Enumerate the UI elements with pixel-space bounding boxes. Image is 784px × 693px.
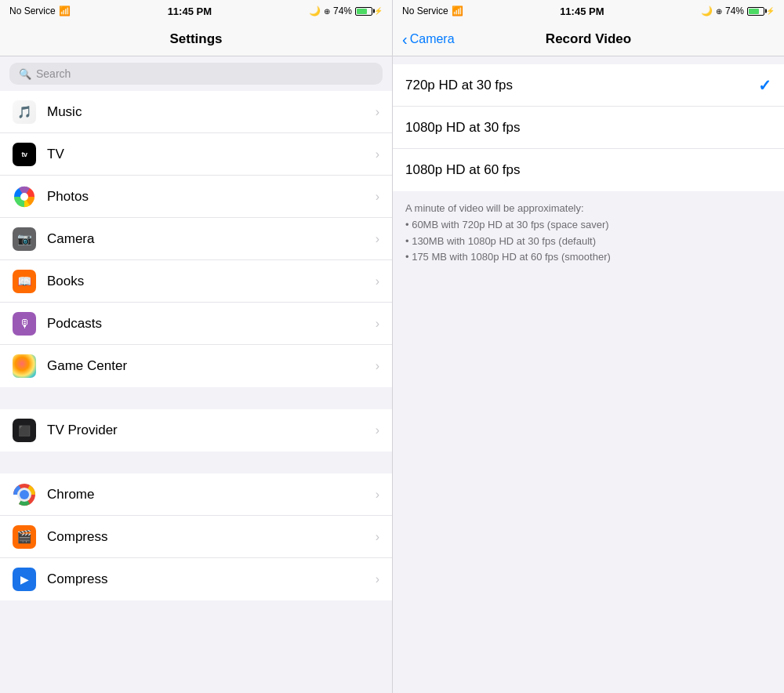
video-option-720p30[interactable]: 720p HD at 30 fps ✓ (393, 64, 784, 107)
video-info-text: A minute of video will be approximately:… (405, 202, 611, 263)
back-chevron-icon: ‹ (402, 31, 408, 47)
compress1-icon: 🎬 (13, 525, 36, 549)
chevron-right-icon: › (376, 572, 379, 586)
chrome-app-icon (13, 483, 36, 506)
compress2-icon: ▶ (13, 568, 36, 591)
settings-item-gamecenter[interactable]: Game Center › (0, 345, 392, 387)
status-right: 🌙 ⊕ 74% ⚡ (309, 5, 383, 16)
chevron-right-icon: › (376, 147, 379, 161)
settings-item-books[interactable]: 📖 Books › (0, 260, 392, 303)
settings-item-music[interactable]: 🎵 Music › (0, 91, 392, 133)
settings-item-podcasts[interactable]: 🎙 Podcasts › (0, 303, 392, 345)
bolt-icon-right: ⚡ (766, 7, 775, 15)
gamecenter-icon (13, 354, 36, 378)
status-bar-right: No Service 📶 11:45 PM 🌙 ⊕ 74% ⚡ (393, 0, 784, 22)
status-right-left: No Service 📶 (402, 5, 463, 16)
battery-box (355, 7, 372, 16)
1080p30-label: 1080p HD at 30 fps (405, 120, 520, 136)
time-display-left: 11:45 PM (168, 5, 212, 17)
right-panel: No Service 📶 11:45 PM 🌙 ⊕ 74% ⚡ ‹ Camera… (392, 0, 784, 693)
chevron-right-icon: › (376, 232, 379, 246)
chevron-right-icon: › (376, 274, 379, 288)
circle-icon: ⊕ (324, 7, 330, 16)
chevron-right-icon: › (376, 530, 379, 544)
music-icon: 🎵 (13, 100, 36, 124)
search-placeholder: Search (36, 67, 71, 80)
back-button[interactable]: ‹ Camera (402, 31, 455, 47)
search-box[interactable]: 🔍 Search (9, 63, 383, 85)
1080p60-label: 1080p HD at 60 fps (405, 162, 520, 178)
svg-point-2 (20, 193, 28, 201)
settings-section-3: Chrome › 🎬 Compress › ▶ Compress › (0, 473, 392, 600)
settings-section-2: ⬛ TV Provider › (0, 409, 392, 452)
camera-icon: 📷 (13, 227, 36, 251)
battery-fill (357, 9, 367, 14)
books-icon: 📖 (13, 270, 36, 293)
chrome-label: Chrome (47, 487, 376, 503)
chevron-right-icon: › (376, 359, 379, 373)
top-divider-right (393, 56, 784, 64)
moon-icon-right: 🌙 (701, 5, 713, 16)
video-option-1080p30[interactable]: 1080p HD at 30 fps (393, 107, 784, 149)
selected-checkmark: ✓ (758, 76, 771, 95)
settings-item-photos[interactable]: Photos › (0, 176, 392, 218)
720p30-label: 720p HD at 30 fps (405, 78, 513, 93)
settings-title: Settings (169, 31, 222, 47)
status-left: No Service 📶 (9, 5, 71, 16)
circle-icon-right: ⊕ (716, 7, 722, 16)
bolt-icon: ⚡ (374, 7, 383, 15)
chevron-right-icon: › (376, 105, 379, 119)
tvprovider-icon: ⬛ (13, 419, 36, 442)
camera-label: Camera (47, 231, 376, 247)
settings-item-tv[interactable]: tv TV › (0, 133, 392, 176)
video-option-1080p60[interactable]: 1080p HD at 60 fps (393, 149, 784, 191)
podcasts-label: Podcasts (47, 316, 376, 332)
books-label: Books (47, 274, 376, 289)
settings-item-chrome[interactable]: Chrome › (0, 473, 392, 516)
settings-item-compress1[interactable]: 🎬 Compress › (0, 516, 392, 558)
music-label: Music (47, 104, 376, 120)
time-display-right: 11:45 PM (560, 5, 604, 17)
settings-item-tvprovider[interactable]: ⬛ TV Provider › (0, 409, 392, 452)
settings-item-compress2[interactable]: ▶ Compress › (0, 558, 392, 600)
signal-text: No Service (9, 5, 56, 16)
svg-point-5 (20, 490, 29, 499)
section-divider-1 (0, 387, 392, 409)
gamecenter-label: Game Center (47, 358, 376, 374)
battery-pct-right: 74% (725, 5, 744, 16)
compress2-label: Compress (47, 571, 376, 587)
battery-left: ⚡ (355, 7, 383, 16)
compress1-label: Compress (47, 529, 376, 545)
chevron-right-icon: › (376, 190, 379, 204)
signal-text-right: No Service (402, 5, 448, 16)
wifi-icon: 📶 (59, 5, 71, 16)
battery-fill-right (749, 9, 759, 14)
tv-label: TV (47, 147, 376, 162)
status-bar-left: No Service 📶 11:45 PM 🌙 ⊕ 74% ⚡ (0, 0, 392, 22)
record-video-title: Record Video (546, 31, 631, 47)
moon-icon: 🌙 (309, 5, 321, 16)
search-container: 🔍 Search (0, 56, 392, 91)
photos-label: Photos (47, 189, 376, 205)
podcasts-icon: 🎙 (13, 312, 36, 336)
back-label: Camera (410, 32, 455, 46)
photos-icon (13, 185, 36, 209)
wifi-icon-right: 📶 (452, 5, 463, 16)
left-nav-bar: Settings (0, 22, 392, 56)
tvprovider-label: TV Provider (47, 423, 376, 438)
settings-section-1: 🎵 Music › tv TV › (0, 91, 392, 387)
section-divider-2 (0, 452, 392, 473)
video-options-section: 720p HD at 30 fps ✓ 1080p HD at 30 fps 1… (393, 64, 784, 191)
status-right-right: 🌙 ⊕ 74% ⚡ (701, 5, 775, 16)
battery-box-right (747, 7, 764, 16)
left-panel: No Service 📶 11:45 PM 🌙 ⊕ 74% ⚡ Settings… (0, 0, 392, 693)
video-info-box: A minute of video will be approximately:… (393, 191, 784, 275)
chevron-right-icon: › (376, 423, 379, 437)
battery-pct-left: 74% (333, 5, 352, 16)
chevron-right-icon: › (376, 488, 379, 502)
battery-right: ⚡ (747, 7, 775, 16)
chevron-right-icon: › (376, 317, 379, 331)
right-nav-bar: ‹ Camera Record Video (393, 22, 784, 56)
search-icon: 🔍 (19, 68, 31, 80)
settings-item-camera[interactable]: 📷 Camera › (0, 218, 392, 260)
